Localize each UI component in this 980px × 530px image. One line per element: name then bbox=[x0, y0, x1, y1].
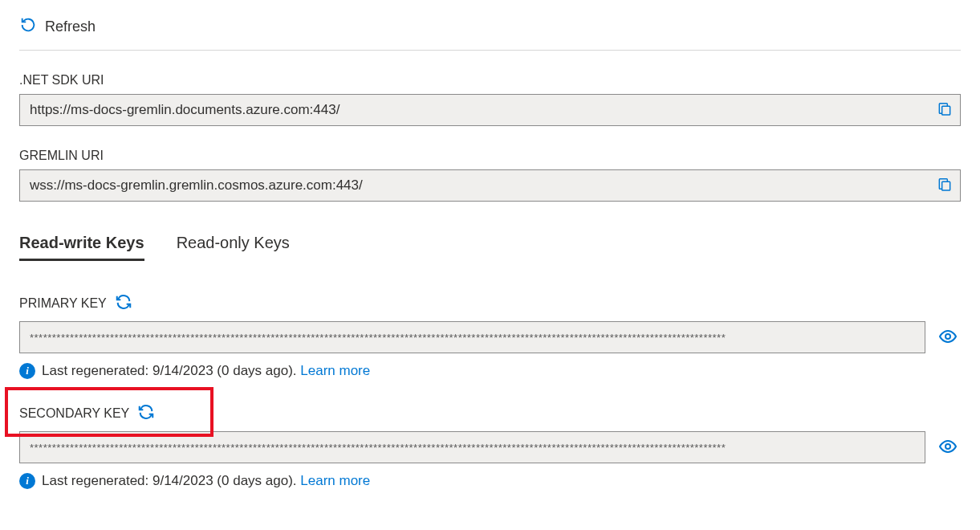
gremlin-uri-input-wrap bbox=[19, 169, 961, 202]
eye-icon bbox=[938, 327, 958, 349]
svg-rect-0 bbox=[942, 106, 950, 115]
primary-key-label: PRIMARY KEY bbox=[19, 296, 107, 311]
regenerate-icon bbox=[137, 411, 155, 423]
regenerate-icon bbox=[115, 301, 132, 313]
toolbar-refresh[interactable]: Refresh bbox=[19, 16, 961, 51]
secondary-key-learn-more-link[interactable]: Learn more bbox=[300, 473, 370, 488]
info-icon: i bbox=[19, 363, 35, 379]
regenerate-secondary-key-button[interactable] bbox=[137, 403, 155, 423]
info-icon: i bbox=[19, 473, 35, 489]
secondary-key-input[interactable] bbox=[19, 431, 925, 463]
tab-readonly-keys[interactable]: Read-only Keys bbox=[177, 234, 290, 261]
refresh-label: Refresh bbox=[45, 18, 96, 35]
primary-key-regen-text: Last regenerated: 9/14/2023 (0 days ago)… bbox=[42, 363, 300, 378]
secondary-key-section: SECONDARY KEY i La bbox=[19, 403, 961, 489]
show-primary-key-button[interactable] bbox=[935, 324, 961, 352]
primary-key-learn-more-link[interactable]: Learn more bbox=[300, 363, 370, 378]
copy-gremlin-uri-button[interactable] bbox=[933, 173, 956, 198]
key-tabs: Read-write Keys Read-only Keys bbox=[19, 234, 961, 261]
refresh-icon bbox=[19, 16, 37, 37]
primary-key-info: i Last regenerated: 9/14/2023 (0 days ag… bbox=[19, 363, 961, 379]
copy-icon bbox=[937, 177, 953, 195]
net-sdk-uri-input[interactable] bbox=[19, 94, 961, 126]
copy-icon bbox=[937, 101, 953, 120]
tab-readwrite-keys[interactable]: Read-write Keys bbox=[19, 234, 144, 261]
gremlin-uri-label: GREMLIN URI bbox=[19, 149, 961, 163]
gremlin-uri-input[interactable] bbox=[19, 169, 961, 202]
secondary-key-regen-text: Last regenerated: 9/14/2023 (0 days ago)… bbox=[42, 473, 300, 488]
net-sdk-uri-label: .NET SDK URI bbox=[19, 73, 961, 88]
gremlin-uri-group: GREMLIN URI bbox=[19, 149, 961, 202]
secondary-key-label: SECONDARY KEY bbox=[19, 406, 129, 421]
net-sdk-uri-input-wrap bbox=[19, 94, 961, 126]
primary-key-input[interactable] bbox=[19, 321, 925, 353]
svg-point-2 bbox=[945, 334, 950, 339]
show-secondary-key-button[interactable] bbox=[935, 434, 961, 462]
copy-net-sdk-uri-button[interactable] bbox=[933, 98, 956, 123]
eye-icon bbox=[938, 437, 958, 459]
secondary-key-info: i Last regenerated: 9/14/2023 (0 days ag… bbox=[19, 473, 961, 489]
net-sdk-uri-group: .NET SDK URI bbox=[19, 73, 961, 126]
primary-key-section: PRIMARY KEY i Last bbox=[19, 293, 961, 379]
regenerate-primary-key-button[interactable] bbox=[115, 293, 132, 313]
svg-rect-1 bbox=[942, 181, 950, 190]
svg-point-3 bbox=[945, 444, 950, 449]
